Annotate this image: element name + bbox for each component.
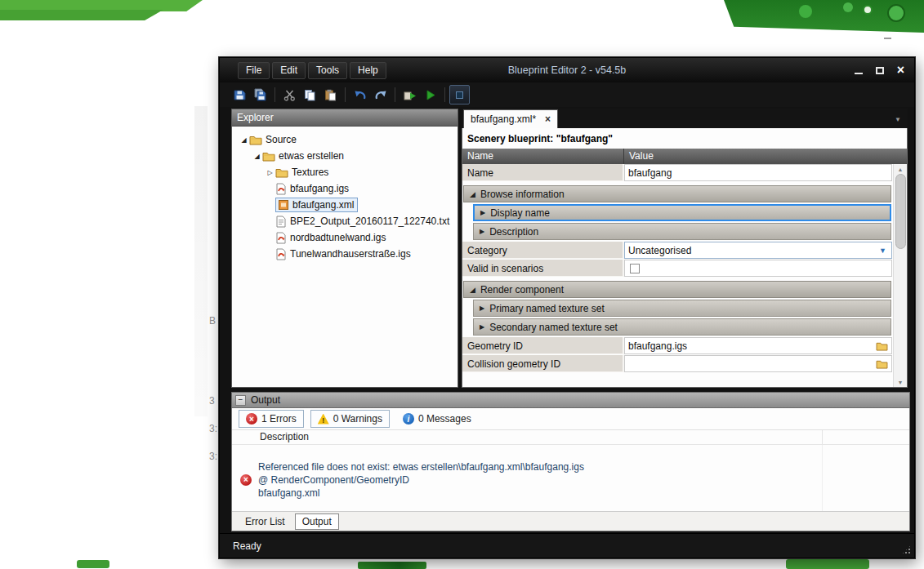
tab-error-list[interactable]: Error List — [239, 514, 292, 529]
row-description[interactable]: ▶ Description — [473, 223, 891, 240]
section-expanded-icon: ◢ — [470, 190, 475, 198]
vertical-scrollbar[interactable]: ▲ ▼ — [893, 164, 907, 387]
tab-output[interactable]: Output — [295, 513, 339, 530]
menu-edit[interactable]: Edit — [272, 62, 306, 79]
column-divider[interactable] — [822, 430, 823, 444]
row-secondary-named-texture-set[interactable]: ▶ Secondary named texture set — [473, 318, 891, 336]
property-label: Category — [462, 242, 624, 259]
stop-button[interactable] — [449, 85, 470, 104]
error-line-description: Referenced file does not exist: etwas er… — [258, 460, 584, 473]
valid-in-scenarios-checkbox[interactable] — [630, 264, 640, 273]
status-text: Ready — [233, 540, 261, 552]
property-row-collision-geometry-id: Collision geometry ID — [462, 355, 893, 372]
explorer-header: Explorer — [232, 109, 458, 127]
resize-grip[interactable] — [901, 545, 912, 555]
section-label: Render component — [480, 284, 564, 296]
tree-item-bpe2-output-txt[interactable]: BPE2_Output_20160117_122740.txt — [232, 213, 458, 229]
error-list-entry[interactable]: × Referenced file does not exist: etwas … — [232, 445, 909, 511]
save-button[interactable] — [230, 85, 250, 104]
explorer-panel: Explorer ◢ Source ◢ etwas erstellen ▷ Te… — [231, 109, 458, 388]
expander-expanded-icon[interactable]: ◢ — [239, 136, 249, 144]
clipboard-icon — [324, 89, 337, 101]
tree-item-label: Textures — [292, 167, 328, 178]
expander-expanded-icon[interactable]: ◢ — [252, 153, 262, 160]
tree-item-etwas-erstellen[interactable]: ◢ etwas erstellen — [232, 148, 458, 164]
tab-bfaufgang-xml[interactable]: bfaufgang.xml* × — [463, 109, 558, 128]
undo-button[interactable] — [350, 85, 370, 104]
menu-help[interactable]: Help — [350, 62, 386, 79]
tree-item-bfaufgang-xml[interactable]: bfaufgang.xml — [232, 197, 458, 213]
row-label: Primary named texture set — [489, 303, 605, 314]
property-row-name: Name bfaufgang — [462, 164, 893, 181]
tree-item-textures[interactable]: ▷ Textures — [232, 164, 458, 180]
tree-item-bfaufgang-igs[interactable]: bfaufgang.igs — [232, 180, 458, 197]
property-rows: Name bfaufgang ◢ Browse information ▶ Di… — [462, 164, 893, 387]
title-bar[interactable]: File Edit Tools Help Blueprint Editor 2 … — [220, 58, 914, 82]
minimize-button[interactable] — [855, 73, 863, 74]
error-line-file: bfaufgang.xml — [258, 487, 584, 500]
row-label: Secondary named texture set — [489, 322, 618, 333]
errors-filter-button[interactable]: × 1 Errors — [239, 410, 304, 428]
row-expander-icon[interactable]: ▶ — [480, 228, 484, 235]
messages-filter-button[interactable]: i 0 Messages — [396, 411, 478, 427]
menu-file[interactable]: File — [238, 62, 270, 79]
cut-button[interactable] — [279, 85, 300, 104]
description-column-label: Description — [260, 431, 309, 442]
name-value-field[interactable]: bfaufgang — [624, 164, 892, 181]
description-column-header[interactable]: Description — [232, 430, 909, 445]
tab-list-dropdown-icon[interactable]: ▼ — [895, 116, 901, 123]
row-expander-icon[interactable]: ▶ — [480, 323, 484, 331]
undo-arrow-icon — [354, 89, 367, 101]
copy-pages-icon — [304, 89, 316, 101]
row-expander-icon[interactable]: ▶ — [480, 209, 485, 216]
tab-close-icon[interactable]: × — [545, 115, 551, 123]
close-button[interactable]: × — [897, 64, 904, 77]
tree-item-source[interactable]: ◢ Source — [232, 131, 458, 148]
errors-filter-label: 1 Errors — [261, 413, 297, 425]
build-button[interactable] — [400, 85, 420, 104]
browse-folder-icon[interactable] — [876, 341, 888, 351]
run-button[interactable] — [420, 85, 440, 104]
info-icon: i — [403, 413, 414, 425]
background-dash — [884, 38, 891, 39]
column-header-value: Value — [624, 149, 907, 164]
tree-item-tunelwandhauserstrasse-igs[interactable]: Tunelwandhauserstraße.igs — [232, 246, 458, 262]
expander-collapsed-icon[interactable]: ▷ — [265, 169, 275, 176]
warning-glyph: ! — [322, 416, 324, 425]
output-panel-header[interactable]: − Output — [231, 392, 910, 408]
toolbar-separator — [444, 87, 445, 102]
tree-item-label: BPE2_Output_20160117_122740.txt — [290, 216, 449, 227]
scroll-up-icon[interactable]: ▲ — [898, 164, 904, 174]
maximize-button[interactable] — [876, 67, 884, 74]
section-render-component[interactable]: ◢ Render component — [463, 281, 891, 298]
section-browse-information[interactable]: ◢ Browse information — [463, 185, 891, 202]
tab-label: bfaufgang.xml* — [471, 113, 536, 125]
warnings-filter-button[interactable]: ! 0 Warnings — [310, 410, 390, 428]
error-icon: × — [240, 474, 252, 486]
geometry-id-field[interactable]: bfaufgang.igs — [624, 337, 892, 354]
row-expander-icon[interactable]: ▶ — [480, 305, 484, 312]
category-dropdown[interactable]: Uncategorised ▼ — [624, 242, 892, 259]
property-row-category: Category Uncategorised ▼ — [462, 242, 893, 259]
collapse-panel-button[interactable]: − — [235, 395, 246, 406]
tree-item-label: bfaufgang.xml — [292, 199, 354, 211]
valid-value-cell — [624, 260, 892, 277]
floppy-stack-icon — [254, 88, 267, 101]
scrollbar-thumb[interactable] — [895, 174, 906, 249]
dropdown-arrow-icon: ▼ — [879, 247, 888, 255]
paint-stroke-bottom-3 — [786, 559, 869, 569]
save-all-button[interactable] — [250, 85, 270, 104]
property-label: Valid in scenarios — [462, 260, 624, 277]
paste-button[interactable] — [320, 85, 341, 104]
tree-item-nordbadtunelwand-igs[interactable]: nordbadtunelwand.igs — [232, 229, 458, 246]
collision-geometry-id-field[interactable] — [624, 355, 892, 372]
row-primary-named-texture-set[interactable]: ▶ Primary named texture set — [473, 300, 891, 317]
browse-folder-icon[interactable] — [876, 359, 888, 369]
section-label: Browse information — [480, 189, 565, 200]
copy-button[interactable] — [300, 85, 320, 104]
menu-tools[interactable]: Tools — [308, 62, 347, 79]
redo-button[interactable] — [370, 85, 391, 104]
row-display-name[interactable]: ▶ Display name — [473, 204, 891, 221]
editor-panel: bfaufgang.xml* × ▼ Scenery blueprint: "b… — [462, 109, 908, 388]
scroll-down-icon[interactable]: ▼ — [898, 377, 904, 387]
